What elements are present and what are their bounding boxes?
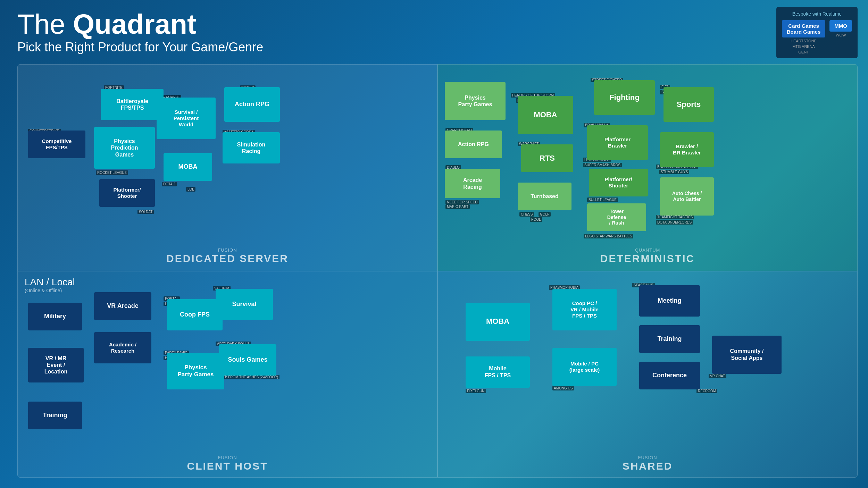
tile-community: Community /Social Apps [712, 336, 782, 374]
fusion-dedicated-label: Fusion DEDICATED SERVER [166, 247, 289, 264]
bespoke-mmo: MMO [829, 20, 852, 32]
tag-pixelgun: PIXELGUN [466, 389, 486, 393]
title-area: The Quadrant Pick the Right Product for … [17, 10, 263, 54]
tag-bullet-league: BULLET LEAGUE [587, 197, 618, 202]
tile-coop-pc: Coop PC /VR / MobileFPS / TPS [552, 289, 617, 330]
tag-among-us: AMONG US [552, 386, 574, 390]
bespoke-card-games: Card GamesBoard Games [782, 20, 826, 37]
panel-bottom-right: PHASMOPHOBIA PIXELGUN AMONG US SPACE HUB… [437, 271, 858, 478]
quadrant-container: COUNTERSTRIKE VALORANT OVERWATCH GARENA … [17, 64, 858, 478]
tag-lego-star-wars: LEGO STAR WARS BATTLES [584, 234, 633, 238]
tile-vr-arcade: VR Arcade [94, 292, 151, 320]
tile-battleroyale: BattleroyaleFPS/TPS [101, 89, 164, 120]
tag-lol: LOL [186, 187, 195, 192]
tile-physics-pred: PhysicsPredictionGames [94, 127, 155, 169]
tile-sports: Sports [663, 87, 714, 122]
tile-tower-defense: TowerDefense/ Rush [587, 203, 646, 231]
tile-platformer-shooter-tl: Platformer/Shooter [99, 179, 155, 207]
tag-need-for-speed: NEED FOR SPEED [445, 200, 479, 204]
bespoke-mtg: MTG ARENA [792, 44, 815, 49]
tag-super-smash: SUPER SMASH BROS [583, 163, 622, 167]
bespoke-gent: GENT [798, 50, 809, 54]
tile-brawler: Brawler /BR Brawler [660, 132, 714, 167]
tag-pool: POOL [530, 217, 542, 222]
tag-vr-chat: VR CHAT [709, 374, 726, 378]
tile-competitive: CompetitiveFPS/TPS [28, 131, 85, 158]
tile-auto-chess: Auto Chess /Auto Battler [660, 177, 714, 216]
tag-dota-underlords: DOTA UNDERLORDS [656, 220, 693, 225]
tile-arcade-racing: ArcadeRacing [445, 169, 500, 198]
panel-top-right: HEROES OF THE STORM POKEMON UNITE AWESOM… [437, 64, 858, 271]
tile-platformer-brawler: PlatformerBrawler [587, 125, 648, 160]
tile-sim-racing: SimulationRacing [223, 132, 280, 163]
tile-souls-games: Souls Games [219, 344, 276, 376]
tile-training-br: Training [639, 325, 700, 353]
tag-golf: GOLF [539, 212, 551, 217]
tile-military: Military [28, 303, 82, 330]
tag-rocket: ROCKET LEAGUE [96, 170, 128, 175]
tile-action-rpg-tl: Action RPG [224, 87, 280, 122]
tile-action-rpg-tr: Action RPG [445, 131, 502, 158]
bespoke-heartstone: HEARTSTONE [791, 39, 817, 43]
tag-soldat: SOLDAT [137, 210, 154, 214]
tile-physics-party-tr: PhysicsParty Games [445, 82, 506, 120]
tile-moba-tl: MOBA [164, 153, 212, 181]
tile-survival: Survival /PersistentWorld [157, 98, 216, 139]
bespoke-title: Bespoke with Realtime [782, 11, 852, 17]
panel-top-left: COUNTERSTRIKE VALORANT OVERWATCH GARENA … [17, 64, 437, 271]
tile-rts: RTS [521, 144, 573, 172]
tag-recroom: RECROOM [696, 389, 717, 393]
title-quadrant: Quadrant [73, 9, 197, 40]
tile-training-bl: Training [28, 402, 82, 429]
tile-platformer-shooter-tr: Platformer/Shooter [589, 169, 648, 196]
tile-mobile-fps: MobileFPS / TPS [466, 356, 530, 388]
tag-mario-kart: MARIO KART [445, 204, 470, 209]
bespoke-corner: Bespoke with Realtime Card GamesBoard Ga… [776, 7, 858, 58]
bespoke-wow: WOW [836, 33, 846, 37]
panel-bottom-left: LAN / Local (Online & Offline) PORTAL LE… [17, 271, 437, 478]
tile-survival-bl: Survival [216, 289, 273, 320]
quantum-deterministic-label: Quantum DETERMINISTIC [600, 247, 695, 264]
tile-moba-br: MOBA [466, 303, 530, 341]
tile-vr-mr: VR / MREvent /Location [28, 348, 84, 382]
tag-dota2: DOTA 2 [162, 182, 177, 186]
tile-physics-party-bl: PhysicsParty Games [167, 353, 224, 389]
tile-meeting: Meeting [639, 285, 700, 317]
bespoke-cards: Card GamesBoard Games HEARTSTONE MTG ARE… [782, 20, 852, 54]
tile-mobile-pc: Mobile / PC(large scale) [552, 348, 617, 386]
fusion-shared-label: Fusion SHARED [623, 455, 673, 472]
title-subtitle: Pick the Right Product for Your Game/Gen… [17, 40, 263, 54]
tag-stumble: STUMBLE GUYS [659, 170, 689, 174]
tile-turnbased: Turnbased [518, 183, 571, 210]
tile-academic-research: Academic /Research [94, 332, 151, 363]
tile-conference: Conference [639, 362, 700, 389]
tile-coop-fps: Coop FPS [167, 299, 223, 330]
lan-label: LAN / Local (Online & Offline) [25, 277, 75, 293]
tile-moba-tr: MOBA [518, 96, 573, 134]
fusion-client-label: Fusion CLIENT HOST [187, 455, 268, 472]
tile-fighting: Fighting [594, 80, 655, 115]
title-main: The Quadrant [17, 10, 263, 38]
tag-chess: CHESS [519, 212, 534, 217]
